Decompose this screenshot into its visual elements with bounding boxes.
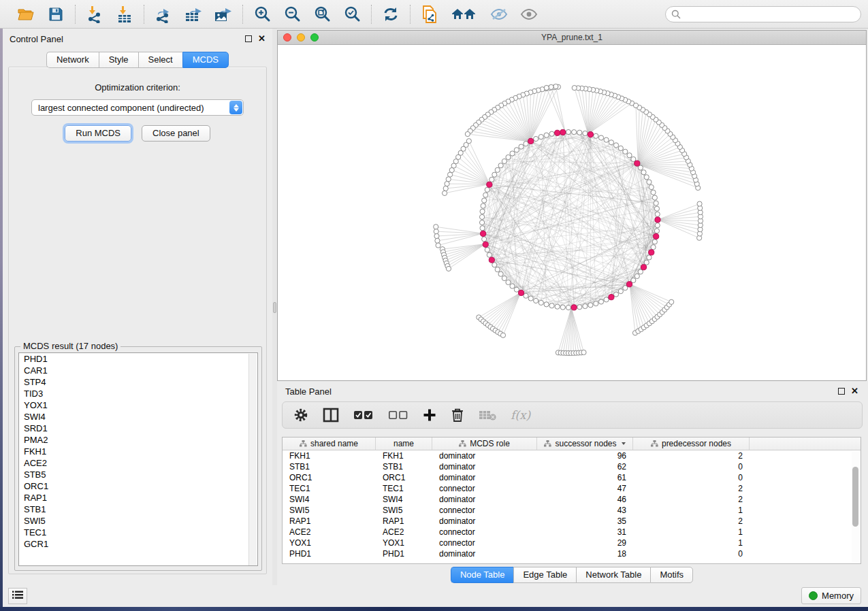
network-node[interactable] bbox=[502, 159, 507, 163]
mcds-result-item[interactable]: PMA2 bbox=[19, 434, 257, 446]
mcds-network-node[interactable] bbox=[489, 257, 494, 263]
mcds-network-node[interactable] bbox=[641, 265, 646, 270]
mcds-result-item[interactable]: CAR1 bbox=[19, 365, 257, 376]
mcds-network-node[interactable] bbox=[528, 138, 534, 144]
close-table-panel-icon[interactable]: ✕ bbox=[851, 388, 858, 395]
tab-style[interactable]: Style bbox=[99, 52, 138, 68]
mcds-network-node[interactable] bbox=[555, 130, 560, 135]
float-table-panel-icon[interactable] bbox=[838, 388, 845, 395]
network-graph-canvas[interactable] bbox=[278, 45, 866, 380]
table-row[interactable]: SWI4SWI4dominator462 bbox=[283, 494, 861, 505]
network-node[interactable] bbox=[644, 175, 649, 180]
table-row[interactable]: STB1STB1dominator620 bbox=[283, 461, 861, 472]
network-node[interactable] bbox=[647, 180, 652, 184]
mcds-network-node[interactable] bbox=[649, 250, 654, 255]
first-neighbors-button[interactable] bbox=[449, 5, 479, 24]
export-network-button[interactable] bbox=[153, 5, 174, 24]
float-panel-icon[interactable] bbox=[245, 35, 252, 42]
network-leaf-node[interactable] bbox=[697, 201, 702, 206]
network-node[interactable] bbox=[594, 301, 598, 306]
network-node[interactable] bbox=[492, 172, 497, 177]
tab-motifs[interactable]: Motifs bbox=[650, 567, 693, 583]
network-window-titlebar[interactable]: YPA_prune.txt_1 bbox=[278, 31, 866, 45]
network-node[interactable] bbox=[485, 248, 489, 252]
column-header-shared-name[interactable]: shared name bbox=[283, 437, 376, 450]
import-table-button[interactable] bbox=[114, 5, 135, 24]
export-image-button[interactable] bbox=[213, 5, 234, 24]
network-leaf-node[interactable] bbox=[447, 172, 452, 177]
zoom-out-button[interactable] bbox=[282, 5, 302, 24]
tab-mcds[interactable]: MCDS bbox=[182, 52, 229, 68]
panel-splitter[interactable] bbox=[272, 29, 277, 585]
network-leaf-node[interactable] bbox=[446, 177, 451, 182]
show-task-history-button[interactable] bbox=[8, 588, 27, 604]
table-row[interactable]: SWI5SWI5connector431 bbox=[283, 505, 861, 516]
network-node[interactable] bbox=[479, 220, 484, 225]
network-node[interactable] bbox=[481, 203, 485, 208]
mcds-network-node[interactable] bbox=[481, 231, 486, 236]
mcds-network-node[interactable] bbox=[634, 161, 640, 166]
network-leaf-node[interactable] bbox=[446, 266, 451, 271]
network-node[interactable] bbox=[482, 198, 487, 203]
mcds-network-node[interactable] bbox=[487, 182, 492, 187]
network-leaf-node[interactable] bbox=[669, 299, 674, 304]
mcds-result-item[interactable]: STP4 bbox=[19, 376, 257, 388]
network-node[interactable] bbox=[618, 146, 623, 150]
network-node[interactable] bbox=[641, 170, 646, 175]
mcds-result-item[interactable]: STB1 bbox=[19, 503, 257, 515]
mcds-result-item[interactable]: SRD1 bbox=[19, 423, 257, 434]
network-leaf-node[interactable] bbox=[633, 103, 638, 108]
table-scrollbar-thumb[interactable] bbox=[852, 467, 858, 527]
network-leaf-node[interactable] bbox=[436, 243, 440, 248]
mcds-result-item[interactable]: STB5 bbox=[19, 469, 257, 480]
table-row[interactable]: RAP1RAP1dominator352 bbox=[283, 516, 861, 527]
network-node[interactable] bbox=[514, 287, 519, 292]
network-node[interactable] bbox=[482, 237, 487, 242]
network-node[interactable] bbox=[598, 299, 603, 304]
mcds-result-item[interactable]: ORC1 bbox=[19, 480, 257, 492]
network-node[interactable] bbox=[604, 137, 609, 142]
network-node[interactable] bbox=[572, 130, 577, 135]
network-node[interactable] bbox=[598, 135, 603, 140]
column-header-successor-nodes[interactable]: successor nodes bbox=[537, 437, 633, 450]
network-node[interactable] bbox=[594, 133, 598, 138]
column-header-MCDS-role[interactable]: MCDS role bbox=[432, 437, 537, 450]
network-leaf-node[interactable] bbox=[435, 238, 440, 243]
mcds-result-item[interactable]: TID3 bbox=[19, 388, 257, 399]
open-file-button[interactable] bbox=[16, 5, 36, 24]
network-node[interactable] bbox=[577, 130, 582, 135]
run-mcds-button[interactable]: Run MCDS bbox=[65, 125, 131, 142]
network-node[interactable] bbox=[638, 269, 643, 274]
memory-button[interactable]: Memory bbox=[801, 587, 861, 604]
tab-network-table[interactable]: Network Table bbox=[576, 567, 650, 583]
export-table-button[interactable] bbox=[183, 5, 204, 24]
mcds-result-list[interactable]: PHD1CAR1STP4TID3YOX1SWI4SRD1PMA2FKH1ACE2… bbox=[18, 352, 258, 566]
mcds-result-item[interactable]: GCR1 bbox=[19, 538, 257, 550]
table-settings-button[interactable] bbox=[293, 408, 308, 423]
network-node[interactable] bbox=[577, 305, 582, 310]
mcds-result-item[interactable]: ACE2 bbox=[19, 457, 257, 469]
network-node[interactable] bbox=[539, 134, 543, 139]
search-input[interactable] bbox=[665, 6, 861, 22]
tab-edge-table[interactable]: Edge Table bbox=[513, 567, 576, 583]
network-node[interactable] bbox=[498, 163, 503, 168]
network-node[interactable] bbox=[539, 300, 543, 305]
optimization-criterion-select[interactable]: largest connected component (undirected) bbox=[31, 99, 244, 116]
splitter-handle[interactable] bbox=[273, 302, 276, 313]
mcds-result-item[interactable]: TEC1 bbox=[19, 527, 257, 538]
network-node[interactable] bbox=[649, 184, 654, 189]
save-session-button[interactable] bbox=[46, 5, 66, 24]
mcds-network-node[interactable] bbox=[560, 129, 566, 135]
table-row[interactable]: ORC1ORC1dominator610 bbox=[283, 472, 861, 483]
network-node[interactable] bbox=[534, 136, 539, 141]
network-leaf-node[interactable] bbox=[434, 229, 438, 234]
network-node[interactable] bbox=[623, 149, 628, 154]
zoom-in-button[interactable] bbox=[252, 5, 272, 24]
mcds-network-node[interactable] bbox=[655, 217, 660, 222]
network-node[interactable] bbox=[487, 252, 492, 257]
network-node[interactable] bbox=[566, 305, 570, 310]
mcds-network-node[interactable] bbox=[588, 132, 593, 137]
tab-node-table[interactable]: Node Table bbox=[451, 567, 514, 583]
network-node[interactable] bbox=[618, 288, 623, 293]
network-node[interactable] bbox=[495, 167, 500, 172]
